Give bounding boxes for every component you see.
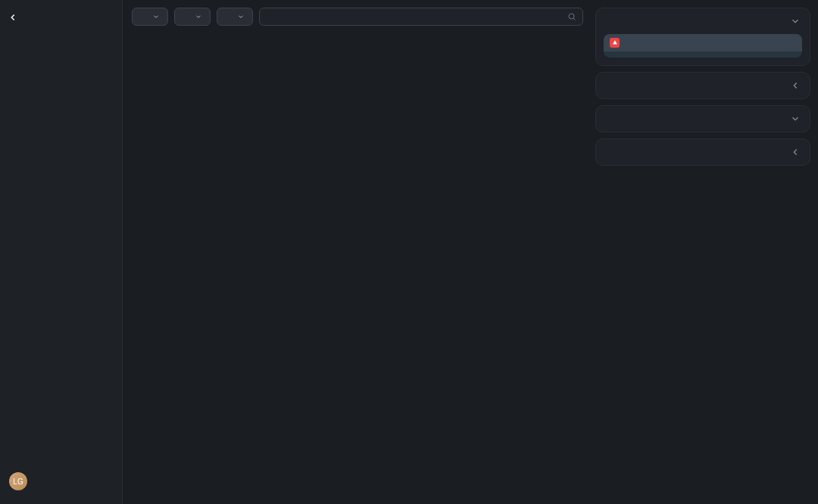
panel-root-cause (595, 8, 810, 66)
sidebar: LG (0, 0, 123, 504)
panel-featured-replays (595, 105, 810, 132)
chevron-down-icon (790, 114, 801, 124)
chevron-left-icon (790, 147, 801, 157)
runs-select[interactable] (132, 8, 168, 26)
branches-select[interactable] (217, 8, 253, 26)
panel-head-root-cause[interactable] (596, 8, 810, 34)
panel-head-featured[interactable] (596, 106, 810, 132)
code-head (604, 34, 802, 51)
chevron-left-icon (790, 80, 801, 91)
panel-affected-tests (595, 72, 810, 99)
time-select[interactable] (174, 8, 211, 26)
svg-point-0 (569, 14, 574, 19)
chevron-down-icon (790, 16, 801, 26)
error-icon (610, 38, 620, 48)
code-body (604, 51, 802, 58)
chevron-down-icon (152, 13, 160, 20)
chevron-left-icon (8, 12, 18, 23)
panel-head-all-replays[interactable] (596, 139, 810, 165)
search-input[interactable] (266, 12, 567, 21)
app-title[interactable] (6, 8, 116, 33)
panel-all-replays (595, 138, 810, 166)
panel-head-affected[interactable] (596, 73, 810, 98)
code-block (604, 34, 802, 58)
chevron-down-icon (237, 13, 245, 20)
search-input-wrap[interactable] (259, 8, 583, 26)
right-column (592, 0, 818, 504)
user-block[interactable]: LG (6, 466, 116, 496)
svg-line-1 (573, 18, 575, 20)
main (123, 0, 818, 504)
center-column (123, 0, 592, 504)
search-icon (567, 12, 576, 21)
avatar: LG (9, 472, 27, 490)
chevron-down-icon (195, 13, 202, 20)
filters (132, 8, 583, 26)
